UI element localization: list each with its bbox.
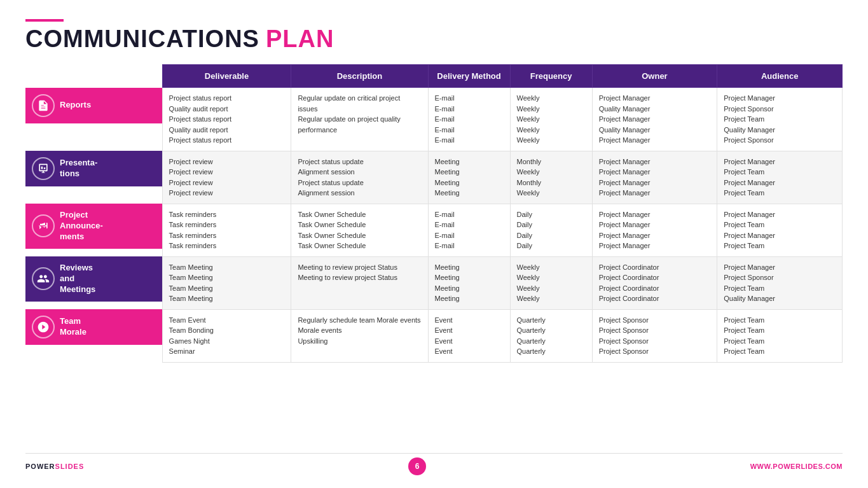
table-row-announcements: Project Announce- mentsTask reminders Ta… bbox=[25, 204, 843, 256]
title-row: COMMUNICATIONS PLAN bbox=[25, 25, 843, 53]
audience-cell-presentations: Project Manager Project Team Project Man… bbox=[717, 151, 843, 204]
table-wrapper: Deliverable Description Delivery Method … bbox=[25, 64, 843, 447]
footer-brand-pink: SLIDES bbox=[55, 463, 85, 470]
footer-brand: POWERSLIDES bbox=[25, 463, 84, 470]
cat-cell-presentations: Presenta- tions bbox=[25, 151, 162, 204]
deliverable-cell-reviews: Team Meeting Team Meeting Team Meeting T… bbox=[162, 256, 291, 309]
cat-label-announcements: Project Announce- ments bbox=[60, 210, 103, 241]
method-cell-announcements: E-mail E-mail E-mail E-mail bbox=[428, 204, 510, 256]
header-cat bbox=[25, 65, 162, 88]
cat-cell-teammorale: Team Morale bbox=[25, 309, 162, 362]
footer-url: WWW.POWERLIDES.COM bbox=[750, 463, 843, 470]
frequency-cell-reports: Weekly Weekly Weekly Weekly Weekly bbox=[510, 88, 592, 151]
accent-line bbox=[25, 19, 64, 22]
frequency-cell-presentations: Monthly Weekly Monthly Weekly bbox=[510, 151, 592, 204]
frequency-cell-reviews: Weekly Weekly Weekly Weekly bbox=[510, 256, 592, 309]
header-deliverable: Deliverable bbox=[162, 65, 291, 88]
audience-cell-reports: Project Manager Project Sponsor Project … bbox=[717, 88, 843, 151]
frequency-cell-teammorale: Quarterly Quarterly Quarterly Quarterly bbox=[510, 309, 592, 362]
owner-cell-reviews: Project Coordinator Project Coordinator … bbox=[592, 256, 717, 309]
announcements-icon bbox=[32, 214, 55, 237]
comm-table: Deliverable Description Delivery Method … bbox=[25, 64, 843, 363]
cat-cell-announcements: Project Announce- ments bbox=[25, 204, 162, 256]
description-cell-reports: Regular update on critical project issue… bbox=[291, 88, 428, 151]
deliverable-cell-announcements: Task reminders Task reminders Task remin… bbox=[162, 204, 291, 256]
reviews-icon bbox=[32, 267, 55, 290]
method-cell-reviews: Meeting Meeting Meeting Meeting bbox=[428, 256, 510, 309]
cat-label-teammorale: Team Morale bbox=[60, 316, 86, 337]
header-row: Deliverable Description Delivery Method … bbox=[25, 65, 843, 88]
header-frequency: Frequency bbox=[510, 65, 592, 88]
presentations-icon bbox=[32, 157, 55, 180]
header-method: Delivery Method bbox=[428, 65, 510, 88]
description-cell-announcements: Task Owner Schedule Task Owner Schedule … bbox=[291, 204, 428, 256]
method-cell-reports: E-mail E-mail E-mail E-mail E-mail bbox=[428, 88, 510, 151]
cat-cell-reviews: Reviews and Meetings bbox=[25, 256, 162, 309]
title-black: COMMUNICATIONS bbox=[25, 25, 259, 53]
method-cell-teammorale: Event Event Event Event bbox=[428, 309, 510, 362]
owner-cell-teammorale: Project Sponsor Project Sponsor Project … bbox=[592, 309, 717, 362]
header-area: COMMUNICATIONS PLAN bbox=[25, 19, 843, 53]
description-cell-presentations: Project status update Alignment session … bbox=[291, 151, 428, 204]
owner-cell-announcements: Project Manager Project Manager Project … bbox=[592, 204, 717, 256]
method-cell-presentations: Meeting Meeting Meeting Meeting bbox=[428, 151, 510, 204]
table-row-presentations: Presenta- tionsProject review Project re… bbox=[25, 151, 843, 204]
description-cell-teammorale: Regularly schedule team Morale events Mo… bbox=[291, 309, 428, 362]
cat-label-presentations: Presenta- tions bbox=[60, 158, 97, 178]
table-row-reports: ReportsProject status report Quality aud… bbox=[25, 88, 843, 151]
footer: POWERSLIDES 6 WWW.POWERLIDES.COM bbox=[25, 453, 843, 475]
table-row-reviews: Reviews and MeetingsTeam Meeting Team Me… bbox=[25, 256, 843, 309]
header-description: Description bbox=[291, 65, 428, 88]
cat-label-reports: Reports bbox=[60, 100, 91, 109]
footer-brand-black: POWER bbox=[25, 463, 55, 470]
deliverable-cell-presentations: Project review Project review Project re… bbox=[162, 151, 291, 204]
audience-cell-reviews: Project Manager Project Sponsor Project … bbox=[717, 256, 843, 309]
description-cell-reviews: Meeting to review project Status Meeting… bbox=[291, 256, 428, 309]
deliverable-cell-teammorale: Team Event Team Bonding Games Night Semi… bbox=[162, 309, 291, 362]
owner-cell-presentations: Project Manager Project Manager Project … bbox=[592, 151, 717, 204]
audience-cell-teammorale: Project Team Project Team Project Team P… bbox=[717, 309, 843, 362]
deliverable-cell-reports: Project status report Quality audit repo… bbox=[162, 88, 291, 151]
table-row-teammorale: Team MoraleTeam Event Team Bonding Games… bbox=[25, 309, 843, 362]
cat-label-reviews: Reviews and Meetings bbox=[60, 263, 95, 294]
reports-icon bbox=[32, 94, 55, 117]
frequency-cell-announcements: Daily Daily Daily Daily bbox=[510, 204, 592, 256]
footer-page-number: 6 bbox=[408, 457, 426, 475]
header-audience: Audience bbox=[717, 65, 843, 88]
cat-cell-reports: Reports bbox=[25, 88, 162, 151]
audience-cell-announcements: Project Manager Project Team Project Man… bbox=[717, 204, 843, 256]
header-owner: Owner bbox=[592, 65, 717, 88]
teammorale-icon bbox=[32, 316, 55, 338]
title-pink: PLAN bbox=[266, 25, 334, 53]
owner-cell-reports: Project Manager Quality Manager Project … bbox=[592, 88, 717, 151]
page-container: COMMUNICATIONS PLAN Deliverable Descript… bbox=[0, 0, 868, 488]
